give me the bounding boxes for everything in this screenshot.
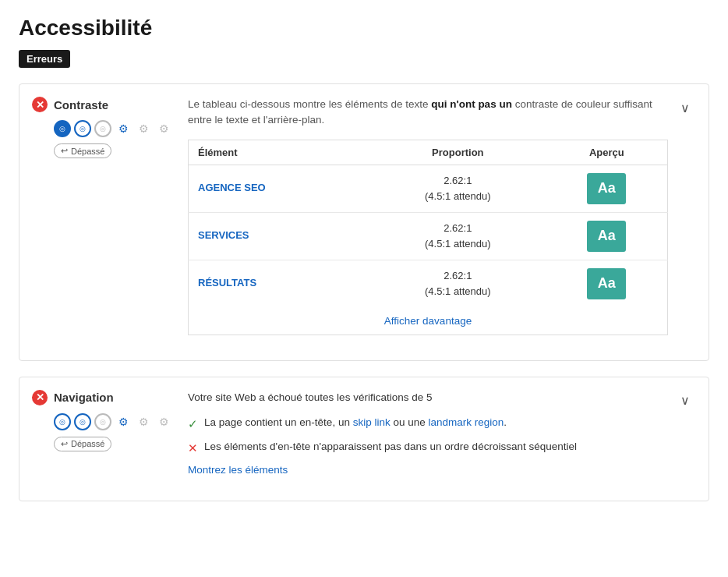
table-row: RÉSULTATS 2.62:1 (4.5:1 attendu) Aa xyxy=(189,260,668,307)
check-success-icon: ✓ xyxy=(188,416,198,434)
contraste-title-row: ✕ Contraste xyxy=(32,97,175,112)
show-more-cell: Afficher davantage xyxy=(189,307,668,335)
contrast-table: Élément Proportion Aperçu AGENCE SEO 2.6… xyxy=(188,140,668,335)
element-cell-2: RÉSULTATS xyxy=(189,260,369,307)
contraste-description: Le tableau ci-dessous montre les élément… xyxy=(188,97,668,129)
col-apercu: Aperçu xyxy=(546,140,668,165)
navigation-icon-3[interactable]: ◎ xyxy=(94,413,111,430)
erreurs-badge: Erreurs xyxy=(19,50,70,68)
contraste-left: ✕ Contraste ◎ ◎ ◎ ⚙ ⚙ ⚙ ↩ Dépassé xyxy=(32,97,188,158)
navigation-left: ✕ Navigation ◎ ◎ ◎ ⚙ ⚙ ⚙ ↩ Dépassé xyxy=(32,390,188,451)
apercu-cell-0: Aa xyxy=(546,165,668,212)
element-name-0: AGENCE SEO xyxy=(198,182,266,193)
page-container: Accessibilité Erreurs ✕ Contraste ◎ ◎ ◎ … xyxy=(0,0,728,533)
contraste-gear-1[interactable]: ⚙ xyxy=(115,120,132,137)
check-item-1: ✓ La page contient un en-tête, un skip l… xyxy=(188,415,668,434)
page-title: Accessibilité xyxy=(19,16,709,41)
proportion-cell-2: 2.62:1 (4.5:1 attendu) xyxy=(369,260,546,307)
contraste-title: Contraste xyxy=(54,98,108,112)
navigation-icon-2[interactable]: ◎ xyxy=(74,413,91,430)
col-proportion: Proportion xyxy=(369,140,546,165)
col-element: Élément xyxy=(189,140,369,165)
navigation-depasse[interactable]: ↩ Dépassé xyxy=(54,437,111,451)
contraste-content: Le tableau ci-dessous montre les élément… xyxy=(188,97,674,348)
contraste-icon-2[interactable]: ◎ xyxy=(74,120,91,137)
navigation-title: Navigation xyxy=(54,391,114,404)
element-name-2: RÉSULTATS xyxy=(198,277,256,288)
contraste-error-icon: ✕ xyxy=(32,97,48,112)
navigation-error-icon: ✕ xyxy=(32,390,48,405)
navigation-gear-3[interactable]: ⚙ xyxy=(155,413,172,430)
contraste-icon-1[interactable]: ◎ xyxy=(54,120,71,137)
aa-badge-2: Aa xyxy=(587,268,626,299)
element-cell-0: AGENCE SEO xyxy=(189,165,369,212)
contraste-icon-row: ◎ ◎ ◎ ⚙ ⚙ ⚙ xyxy=(32,120,175,137)
contraste-depasse[interactable]: ↩ Dépassé xyxy=(54,143,111,158)
aa-badge-1: Aa xyxy=(587,221,626,252)
element-cell-1: SERVICES xyxy=(189,212,369,260)
navigation-title-row: ✕ Navigation xyxy=(32,390,175,405)
check-item-2: ✕ Les éléments d'en-tête n'apparaissent … xyxy=(188,439,668,458)
element-name-1: SERVICES xyxy=(198,229,249,241)
contraste-icon-3[interactable]: ◎ xyxy=(94,120,111,137)
apercu-cell-1: Aa xyxy=(546,212,668,260)
navigation-collapse-btn[interactable]: ∨ xyxy=(674,390,696,412)
montrez-elements-link[interactable]: Montrez les éléments xyxy=(188,464,668,476)
check-text-1: La page contient un en-tête, un skip lin… xyxy=(204,415,507,430)
navigation-icon-row: ◎ ◎ ◎ ⚙ ⚙ ⚙ xyxy=(32,413,175,430)
contraste-section: ✕ Contraste ◎ ◎ ◎ ⚙ ⚙ ⚙ ↩ Dépassé xyxy=(19,83,709,361)
navigation-section: ✕ Navigation ◎ ◎ ◎ ⚙ ⚙ ⚙ ↩ Dépassé xyxy=(19,377,709,501)
navigation-header: ✕ Navigation ◎ ◎ ◎ ⚙ ⚙ ⚙ ↩ Dépassé xyxy=(19,377,709,488)
navigation-gear-1[interactable]: ⚙ xyxy=(115,413,132,430)
check-error-icon: ✕ xyxy=(188,440,198,458)
afficher-davantage-link[interactable]: Afficher davantage xyxy=(384,315,472,327)
navigation-gear-2[interactable]: ⚙ xyxy=(135,413,152,430)
table-row: AGENCE SEO 2.62:1 (4.5:1 attendu) Aa xyxy=(189,165,668,212)
navigation-content: Votre site Web a échoué toutes les vérif… xyxy=(188,390,674,488)
table-row: SERVICES 2.62:1 (4.5:1 attendu) Aa xyxy=(189,212,668,260)
contraste-collapse-btn[interactable]: ∨ xyxy=(674,97,696,119)
apercu-cell-2: Aa xyxy=(546,260,668,307)
proportion-cell-1: 2.62:1 (4.5:1 attendu) xyxy=(369,212,546,260)
navigation-description: Votre site Web a échoué toutes les vérif… xyxy=(188,390,668,405)
contraste-gear-2[interactable]: ⚙ xyxy=(135,120,152,137)
aa-badge-0: Aa xyxy=(587,173,626,204)
navigation-icon-1[interactable]: ◎ xyxy=(54,413,71,430)
contraste-header: ✕ Contraste ◎ ◎ ◎ ⚙ ⚙ ⚙ ↩ Dépassé xyxy=(19,84,709,348)
proportion-cell-0: 2.62:1 (4.5:1 attendu) xyxy=(369,165,546,212)
check-text-2: Les éléments d'en-tête n'apparaissent pa… xyxy=(204,439,577,455)
contraste-gear-3[interactable]: ⚙ xyxy=(155,120,172,137)
